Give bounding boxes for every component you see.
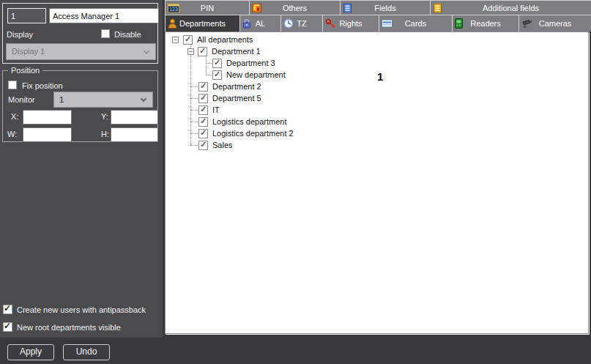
collapse-icon[interactable]: −: [172, 37, 179, 43]
svg-text:123: 123: [169, 7, 178, 12]
tab-departments[interactable]: Departments: [165, 15, 239, 31]
tree-checkbox[interactable]: ✓: [198, 47, 207, 56]
tab-cards[interactable]: Cards: [379, 15, 452, 31]
camera-icon: [521, 19, 533, 29]
tab-pin[interactable]: 123 PIN: [165, 1, 249, 15]
check-icon: ✓: [199, 46, 206, 56]
identity-box: Display ✓ Disable Display 1: [2, 3, 158, 64]
tab-label: PIN: [201, 4, 214, 12]
tab-tz[interactable]: TZ: [280, 15, 322, 31]
tree-checkbox[interactable]: ✓: [198, 82, 208, 92]
w-field[interactable]: [23, 127, 72, 142]
collapse-icon[interactable]: −: [187, 48, 194, 55]
tree-item-label: All departments: [196, 35, 254, 44]
tree-item-department-5[interactable]: ✓ Department 5: [166, 92, 263, 104]
tree-checkbox[interactable]: ✓: [198, 117, 208, 127]
fix-position-label: Fix position: [22, 81, 63, 90]
check-icon: ✓: [4, 321, 11, 331]
object-id-field[interactable]: [7, 8, 46, 23]
tab-bar-top: 123 PIN Others Fields Additional fields: [165, 0, 591, 15]
tree-item-label: Logistics department 2: [211, 129, 295, 138]
tree-item-sales[interactable]: ✓ Sales: [166, 139, 234, 151]
key-icon: [325, 18, 335, 29]
antipassback-label: Create new users with antipassback: [17, 305, 146, 314]
tree-checkbox[interactable]: ✓: [198, 141, 208, 150]
h-label: H:: [101, 130, 109, 138]
tab-label: Cards: [405, 19, 426, 28]
apply-button[interactable]: Apply: [7, 344, 54, 360]
root-departments-checkbox[interactable]: ✓: [3, 322, 12, 332]
tree-checkbox[interactable]: ✓: [212, 70, 222, 80]
w-label: W:: [7, 130, 17, 138]
tab-rights[interactable]: Rights: [322, 15, 379, 31]
y-label: Y:: [101, 112, 108, 121]
display-dropdown-value: Display 1: [12, 47, 45, 56]
tab-readers[interactable]: Readers: [452, 15, 518, 31]
tree-item-label: Logistics department: [211, 117, 289, 126]
fix-position-checkbox[interactable]: ✓: [8, 81, 17, 89]
check-icon: ✓: [200, 140, 207, 149]
tab-label: Others: [283, 4, 307, 12]
card-icon: [382, 20, 393, 28]
position-group: Position ✓ Fix position Monitor 1 X: Y: …: [2, 70, 158, 142]
tab-fields[interactable]: Fields: [340, 1, 430, 15]
tab-label: TZ: [297, 19, 306, 28]
bottom-bar: Apply Undo: [0, 338, 591, 364]
settings-panel: Display ✓ Disable Display 1 Position ✓ F…: [0, 0, 163, 338]
additional-fields-list-icon: [433, 3, 442, 12]
object-name-field[interactable]: [49, 8, 159, 23]
check-icon: ✓: [200, 105, 207, 114]
tab-al[interactable]: AL: [239, 15, 280, 31]
root-departments-label: New root departments visible: [17, 323, 121, 332]
tree-checkbox[interactable]: ✓: [198, 105, 208, 115]
disable-checkbox[interactable]: ✓: [101, 29, 110, 38]
disable-checkbox-label: Disable: [114, 30, 141, 39]
tree-checkbox[interactable]: ✓: [198, 129, 208, 138]
y-field[interactable]: [111, 110, 158, 125]
tab-label: Fields: [374, 4, 395, 12]
chevron-down-icon: [144, 48, 149, 54]
tree-item-department-3[interactable]: ✓ Department 3: [166, 57, 277, 69]
tab-additional-fields[interactable]: Additional fields: [430, 1, 591, 15]
tree-item-label: Department 3: [225, 59, 277, 67]
h-field[interactable]: [111, 127, 158, 142]
monitor-dropdown[interactable]: 1: [53, 92, 153, 108]
check-icon: ✓: [200, 116, 207, 126]
person-icon: [168, 18, 177, 29]
tree-item-label: New department: [225, 70, 287, 79]
tab-label: Departments: [179, 19, 226, 28]
check-icon: ✓: [4, 303, 11, 313]
tab-label: AL: [256, 19, 265, 28]
tree-item-label: Department 1: [210, 47, 262, 56]
tree-checkbox[interactable]: ✓: [183, 35, 193, 45]
check-icon: ✓: [200, 93, 207, 103]
others-icon: [252, 3, 261, 12]
tree-item-new-department[interactable]: ✓ New department: [166, 69, 287, 81]
pin-123-icon: 123: [168, 3, 179, 12]
position-group-title: Position: [8, 66, 42, 75]
tree-item-logistics-department-2[interactable]: ✓ Logistics department 2: [166, 127, 295, 139]
antipassback-checkbox[interactable]: ✓: [3, 305, 12, 314]
undo-button[interactable]: Undo: [63, 344, 110, 360]
tree-item-department-1[interactable]: − ✓ Department 1: [166, 45, 262, 57]
tree-checkbox[interactable]: ✓: [198, 94, 208, 103]
tree-item-it[interactable]: ✓ IT: [166, 104, 221, 116]
chevron-down-icon: [141, 96, 146, 102]
monitor-label: Monitor: [8, 95, 35, 104]
display-dropdown[interactable]: Display 1: [6, 43, 156, 60]
check-icon: ✓: [200, 128, 207, 138]
tree-item-department-2[interactable]: ✓ Department 2: [166, 81, 263, 92]
x-field[interactable]: [23, 110, 72, 125]
callout-annotation: 1: [377, 70, 383, 83]
x-label: X:: [11, 112, 18, 121]
tree-checkbox[interactable]: ✓: [212, 59, 222, 68]
departments-tree-panel: − ✓ All departments − ✓ Department 1 ✓ D…: [165, 31, 589, 334]
tree-item-all-departments[interactable]: − ✓ All departments: [166, 34, 254, 45]
tab-bar-bottom: Departments AL TZ Rights Cards: [165, 15, 591, 31]
tree-item-label: IT: [211, 105, 221, 114]
tab-cameras[interactable]: Cameras: [518, 15, 591, 31]
monitor-dropdown-value: 1: [59, 95, 64, 104]
tree-item-logistics-department[interactable]: ✓ Logistics department: [166, 116, 289, 127]
reader-icon: [455, 18, 463, 29]
tab-others[interactable]: Others: [249, 1, 340, 15]
